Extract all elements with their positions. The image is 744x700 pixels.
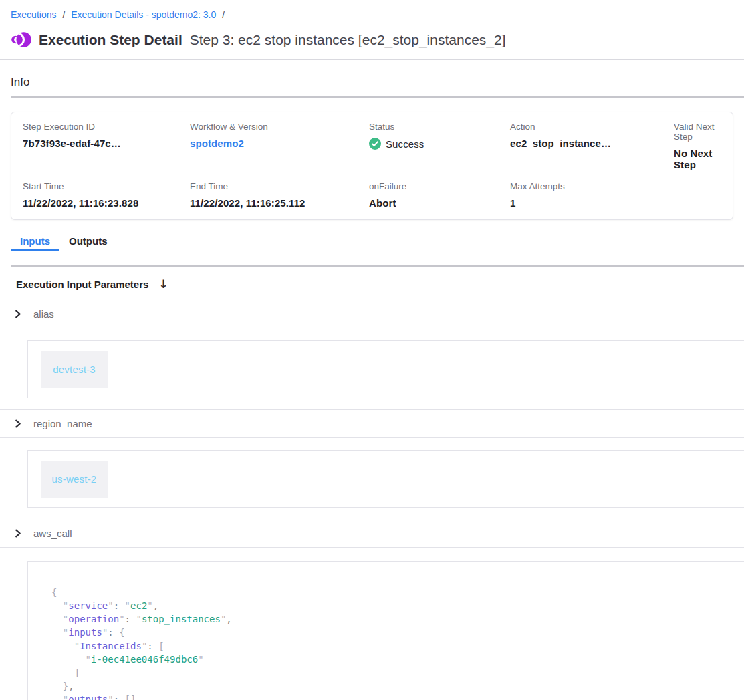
field-max-attempts: Max Attempts 1 xyxy=(510,181,674,209)
field-workflow-version: Workflow & Version spotdemo2 xyxy=(190,122,369,181)
field-value: 1 xyxy=(510,197,674,209)
field-valid-next-step: Valid Next Step No Next Step xyxy=(674,122,733,181)
field-end-time: End Time 11/22/2022, 11:16:25.112 xyxy=(190,181,369,209)
field-label: Max Attempts xyxy=(510,181,674,191)
field-label: Workflow & Version xyxy=(190,122,369,132)
app-logo-icon xyxy=(11,29,31,50)
chevron-right-icon[interactable] xyxy=(13,310,22,318)
breadcrumb-link-execution-details[interactable]: Execution Details - spotdemo2: 3.0 xyxy=(71,9,216,20)
field-label: Status xyxy=(369,122,510,132)
field-label: End Time xyxy=(190,181,369,191)
parameters-section-title: Execution Input Parameters xyxy=(16,279,148,290)
page-title: Execution Step Detail xyxy=(39,32,182,48)
field-value: Abort xyxy=(369,197,510,209)
param-row-region-name[interactable]: region_name xyxy=(0,409,744,438)
workflow-link[interactable]: spotdemo2 xyxy=(190,138,369,149)
field-value: 11/22/2022, 11:16:23.828 xyxy=(23,197,190,209)
success-check-icon xyxy=(369,138,381,150)
info-section-title: Info xyxy=(0,60,744,96)
param-name: alias xyxy=(33,308,54,320)
field-label: Valid Next Step xyxy=(674,122,733,142)
field-status: Status Success xyxy=(369,122,510,181)
field-label: Start Time xyxy=(23,181,190,191)
param-value-chip: devtest-3 xyxy=(41,351,108,388)
field-value: 11/22/2022, 11:16:25.112 xyxy=(190,197,369,209)
tab-inputs[interactable]: Inputs xyxy=(11,231,59,251)
field-value: No Next Step xyxy=(674,148,733,170)
param-value-panel-alias: devtest-3 xyxy=(27,340,744,398)
info-section-divider xyxy=(11,96,744,98)
breadcrumb: Executions / Execution Details - spotdem… xyxy=(0,0,744,20)
param-row-alias[interactable]: alias xyxy=(0,300,744,328)
arrow-down-icon[interactable]: ↓ xyxy=(158,277,168,291)
field-action: Action ec2_stop_instance… xyxy=(510,122,674,181)
status-badge: Success xyxy=(386,138,424,150)
param-value-panel-aws-call: { "service": "ec2", "operation": "stop_i… xyxy=(27,561,744,700)
field-value: ec2_stop_instance… xyxy=(510,138,674,149)
execution-input-parameters-header: Execution Input Parameters ↓ xyxy=(0,267,744,300)
chevron-right-icon[interactable] xyxy=(13,529,22,538)
field-label: onFailure xyxy=(369,181,510,191)
field-value: 7b73f93e-edaf-47c… xyxy=(23,138,190,149)
info-card: Step Execution ID 7b73f93e-edaf-47c… Wor… xyxy=(11,112,733,220)
code-block: { "service": "ec2", "operation": "stop_i… xyxy=(51,586,744,700)
breadcrumb-separator: / xyxy=(62,9,65,20)
field-step-execution-id: Step Execution ID 7b73f93e-edaf-47c… xyxy=(23,122,190,181)
tab-bar: Inputs Outputs xyxy=(0,231,744,251)
tab-outputs[interactable]: Outputs xyxy=(59,231,117,251)
page-subtitle: Step 3: ec2 stop instances [ec2_stop_ins… xyxy=(190,32,506,48)
breadcrumb-link-executions[interactable]: Executions xyxy=(11,9,56,20)
param-value-chip: us-west-2 xyxy=(41,461,108,498)
param-row-aws-call[interactable]: aws_call xyxy=(0,519,744,548)
chevron-right-icon[interactable] xyxy=(13,419,22,428)
field-label: Step Execution ID xyxy=(23,122,190,132)
field-start-time: Start Time 11/22/2022, 11:16:23.828 xyxy=(23,181,190,209)
param-name: aws_call xyxy=(33,528,72,539)
page-header: Execution Step Detail Step 3: ec2 stop i… xyxy=(11,29,733,50)
param-name: region_name xyxy=(33,418,92,429)
field-label: Action xyxy=(510,122,674,132)
param-value-panel-region-name: us-west-2 xyxy=(27,450,744,508)
field-onfailure: onFailure Abort xyxy=(369,181,510,209)
breadcrumb-separator: / xyxy=(222,9,225,20)
